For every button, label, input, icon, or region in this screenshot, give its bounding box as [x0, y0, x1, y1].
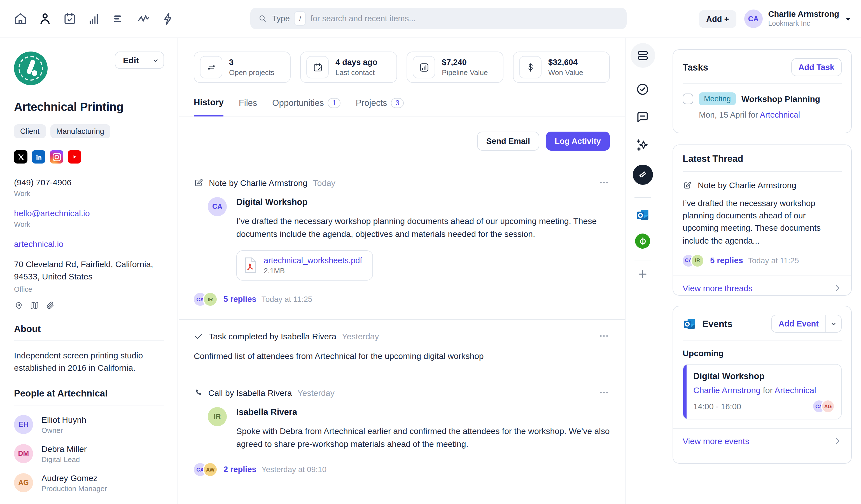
x-icon[interactable]	[14, 150, 27, 164]
replies-row: CA AW 2 replies Yesterday at 09:10	[194, 463, 610, 476]
about-text: Independent screen printing studio estab…	[14, 349, 166, 374]
event-time: 14:00 - 16:00	[693, 402, 741, 411]
map-icon[interactable]	[30, 300, 39, 310]
event-title: Digital Workshop	[693, 371, 834, 381]
reports-icon[interactable]	[87, 12, 101, 26]
website-link[interactable]: artechnical.io	[14, 239, 164, 249]
event-organizer-link[interactable]: Charlie Armstrong	[693, 385, 761, 395]
right-panel: Tasks Add Task Meeting Workshop Planning…	[660, 38, 861, 504]
event-card[interactable]: Digital Workshop Charlie Armstrong for A…	[683, 364, 842, 420]
replies-row: CA IR 5 replies Today at 11:25	[194, 292, 610, 305]
location-pin-icon[interactable]	[14, 300, 24, 310]
add-event-button[interactable]: Add Event	[771, 315, 842, 333]
attachment-size: 2.1MB	[264, 266, 362, 275]
rail-divider	[634, 260, 651, 260]
person-row-audrey[interactable]: AG Audrey Gomez Production Manager	[14, 473, 164, 492]
tab-projects[interactable]: Projects3	[356, 97, 404, 116]
top-bar: Type / for search and recent items... Ad…	[0, 0, 861, 38]
more-options-icon[interactable]	[598, 333, 610, 339]
replies-time: Yesterday at 09:10	[261, 465, 327, 474]
activity-icon[interactable]	[137, 12, 151, 26]
add-task-button[interactable]: Add Task	[791, 58, 842, 76]
more-options-icon[interactable]	[598, 180, 610, 185]
stat-cards: 3 Open projects 4 days ago Last contact …	[179, 38, 625, 83]
email-label: Work	[14, 221, 164, 229]
edit-button[interactable]: Edit	[114, 52, 164, 69]
comment-icon[interactable]	[636, 110, 650, 124]
filter-lines-icon	[200, 56, 222, 78]
person-row-elliot[interactable]: EH Elliot Huynh Owner	[14, 415, 164, 434]
tag-client[interactable]: Client	[14, 124, 46, 138]
task-subline: Mon, 15 April for Artechnical	[699, 110, 842, 119]
search-placeholder-prefix: Type	[272, 14, 290, 23]
events-heading: Events	[702, 318, 733, 329]
outlook-icon[interactable]	[635, 208, 650, 222]
lists-icon[interactable]	[112, 12, 126, 26]
slash-key: /	[295, 12, 305, 25]
avatar: IR	[692, 255, 703, 267]
linkedin-icon[interactable]	[32, 150, 45, 164]
stat-label: Last contact	[336, 68, 378, 77]
replies-link[interactable]: 5 replies	[710, 256, 743, 265]
log-activity-button[interactable]: Log Activity	[546, 132, 610, 151]
event-company-link[interactable]: Artechnical	[775, 385, 816, 395]
chevron-down-icon	[845, 16, 851, 21]
user-menu[interactable]: CA Charlie Armstrong Lookmark Inc	[744, 10, 851, 28]
paperclip-icon[interactable]	[45, 300, 55, 310]
task-date: Mon, 15 April	[699, 110, 746, 119]
stat-pipeline-value[interactable]: $7,240 Pipeline Value	[407, 52, 503, 83]
feed-logo-icon[interactable]	[632, 165, 653, 185]
events-card: Events Add Event Upcoming Digital Worksh…	[672, 306, 852, 464]
people-heading: People at Artechnical	[14, 388, 164, 405]
youtube-icon[interactable]	[68, 150, 81, 164]
stat-open-projects[interactable]: 3 Open projects	[194, 52, 291, 83]
tag-manufacturing[interactable]: Manufacturing	[50, 124, 110, 138]
search-icon	[258, 14, 267, 23]
instagram-icon[interactable]	[50, 150, 63, 164]
add-button[interactable]: Add +	[699, 10, 736, 28]
contacts-icon[interactable]	[38, 12, 52, 26]
phone-label: Work	[14, 190, 164, 198]
avatar: DM	[14, 444, 33, 463]
tab-history[interactable]: History	[194, 97, 224, 117]
avatar: AW	[204, 463, 217, 476]
tab-files[interactable]: Files	[239, 97, 257, 116]
main-nav	[13, 0, 175, 38]
chevron-right-icon	[833, 284, 842, 292]
attachment-card[interactable]: artechnical_worksheets.pdf 2.1MB	[236, 250, 373, 280]
avatar: CA	[208, 197, 227, 216]
add-event-chevron-icon[interactable]	[825, 315, 841, 332]
entry-time: Yesterday	[297, 388, 334, 398]
task-company-link[interactable]: Artechnical	[760, 110, 800, 119]
person-role: Owner	[41, 426, 86, 434]
person-row-debra[interactable]: DM Debra Miller Digital Lead	[14, 444, 164, 463]
sparkles-icon[interactable]	[635, 138, 650, 152]
replies-link[interactable]: 5 replies	[223, 295, 257, 303]
edit-chevron-down-icon[interactable]	[147, 52, 164, 68]
email-link[interactable]: hello@artechnical.io	[14, 208, 164, 218]
add-integration-icon[interactable]	[637, 268, 648, 280]
person-name: Elliot Huynh	[41, 415, 86, 424]
dollar-icon	[519, 56, 542, 78]
view-more-events-link[interactable]: View more events	[673, 428, 851, 453]
stat-won-value[interactable]: $32,604 Won Value	[513, 52, 610, 83]
search-input[interactable]: Type / for search and recent items...	[250, 8, 627, 29]
quickbooks-icon[interactable]	[635, 233, 650, 249]
circle-check-icon[interactable]	[636, 82, 650, 96]
home-icon[interactable]	[13, 12, 27, 26]
bar-chart-icon	[413, 56, 435, 78]
call-author: Isabella Rivera	[236, 407, 610, 417]
task-row[interactable]: Meeting Workshop Planning	[683, 92, 842, 105]
stacked-cards-icon[interactable]	[630, 43, 655, 68]
automations-icon[interactable]	[161, 12, 175, 26]
more-options-icon[interactable]	[598, 390, 610, 395]
replies-link[interactable]: 2 replies	[223, 465, 257, 474]
calendar-icon[interactable]	[63, 12, 77, 26]
send-email-button[interactable]: Send Email	[477, 132, 539, 151]
stat-last-contact[interactable]: 4 days ago Last contact	[300, 52, 397, 83]
phone-icon	[194, 389, 203, 397]
view-more-threads-link[interactable]: View more threads	[673, 275, 851, 300]
meeting-badge: Meeting	[699, 92, 736, 105]
tab-opportunities[interactable]: Opportunities1	[272, 97, 341, 116]
task-checkbox[interactable]	[683, 94, 693, 104]
